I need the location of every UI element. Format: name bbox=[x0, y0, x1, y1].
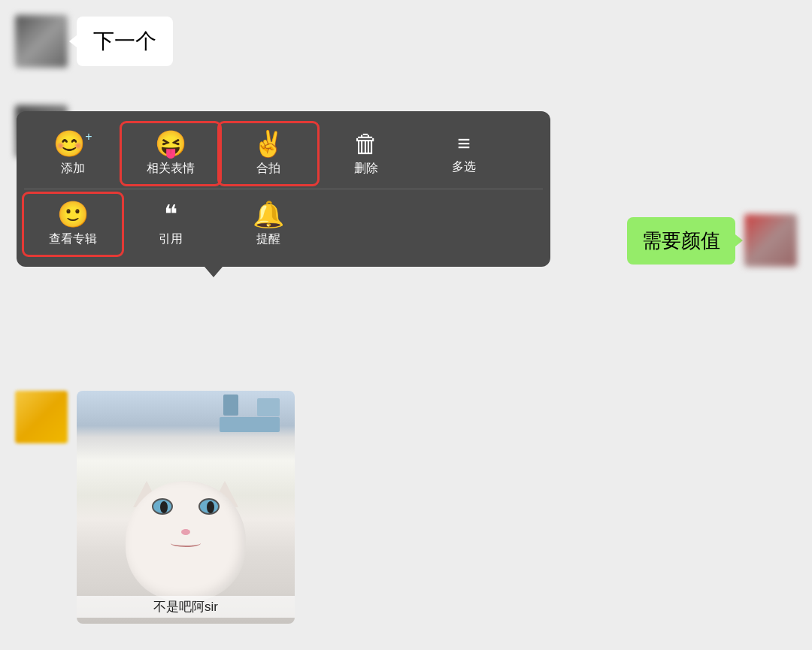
remind-icon: 🔔 bbox=[253, 201, 284, 227]
menu-item-view-album[interactable]: 🙂 查看专辑 bbox=[24, 194, 122, 255]
context-menu-row-1: 😊+ 添加 😝 相关表情 ✌ 合拍 🗑 删除 ≡ 多选 bbox=[17, 119, 550, 189]
avatar-top bbox=[15, 15, 68, 68]
view-album-icon: 🙂 bbox=[57, 201, 89, 227]
cat-head bbox=[126, 481, 246, 601]
cat-eye-left bbox=[152, 498, 173, 515]
multi-select-label: 多选 bbox=[452, 159, 476, 175]
menu-item-add[interactable]: 😊+ 添加 bbox=[24, 123, 122, 184]
context-menu-row-2: 🙂 查看专辑 ❝ 引用 🔔 提醒 bbox=[17, 189, 550, 259]
avatar-bottom bbox=[15, 391, 68, 443]
delete-icon: 🗑 bbox=[353, 131, 379, 156]
context-menu: 😊+ 添加 😝 相关表情 ✌ 合拍 🗑 删除 ≡ 多选 🙂 查看专辑 bbox=[17, 111, 550, 267]
quote-icon: ❝ bbox=[164, 201, 177, 227]
menu-item-related-emoji[interactable]: 😝 相关表情 bbox=[122, 123, 220, 184]
menu-item-delete[interactable]: 🗑 删除 bbox=[317, 123, 415, 184]
right-bubble-text: 需要颜值 bbox=[642, 229, 720, 252]
cat-background: 不是吧阿sir bbox=[77, 391, 295, 624]
add-label: 添加 bbox=[61, 161, 85, 177]
top-bubble-text: 下一个 bbox=[93, 29, 156, 53]
menu-item-quote[interactable]: ❝ 引用 bbox=[122, 194, 220, 255]
bottom-message-row: 不是吧阿sir bbox=[15, 391, 295, 624]
view-album-label: 查看专辑 bbox=[49, 231, 97, 247]
menu-item-remind[interactable]: 🔔 提醒 bbox=[220, 194, 317, 255]
menu-item-collab-shoot[interactable]: ✌ 合拍 bbox=[220, 123, 317, 184]
avatar-right bbox=[744, 214, 797, 267]
menu-item-multi-select[interactable]: ≡ 多选 bbox=[415, 125, 513, 183]
top-speech-bubble: 下一个 bbox=[77, 17, 173, 66]
meme-image[interactable]: 不是吧阿sir bbox=[77, 391, 295, 624]
right-bubble: 需要颜值 bbox=[627, 217, 735, 265]
remind-label: 提醒 bbox=[256, 231, 280, 247]
add-emoji-icon: 😊+ bbox=[53, 131, 92, 156]
collab-shoot-label: 合拍 bbox=[256, 161, 280, 177]
multi-select-icon: ≡ bbox=[457, 132, 471, 155]
delete-label: 删除 bbox=[354, 161, 378, 177]
shelf-decoration bbox=[220, 417, 280, 432]
cat-mouth bbox=[171, 540, 201, 547]
cat-nose bbox=[181, 529, 190, 535]
related-emoji-label: 相关表情 bbox=[147, 161, 195, 177]
right-message-row: 需要颜值 bbox=[627, 214, 797, 267]
cat-eye-right bbox=[198, 498, 220, 515]
top-message-row: 下一个 bbox=[15, 15, 173, 68]
quote-label: 引用 bbox=[159, 231, 183, 247]
collab-shoot-icon: ✌ bbox=[253, 131, 284, 156]
meme-caption: 不是吧阿sir bbox=[77, 596, 295, 618]
related-emoji-icon: 😝 bbox=[155, 131, 186, 156]
